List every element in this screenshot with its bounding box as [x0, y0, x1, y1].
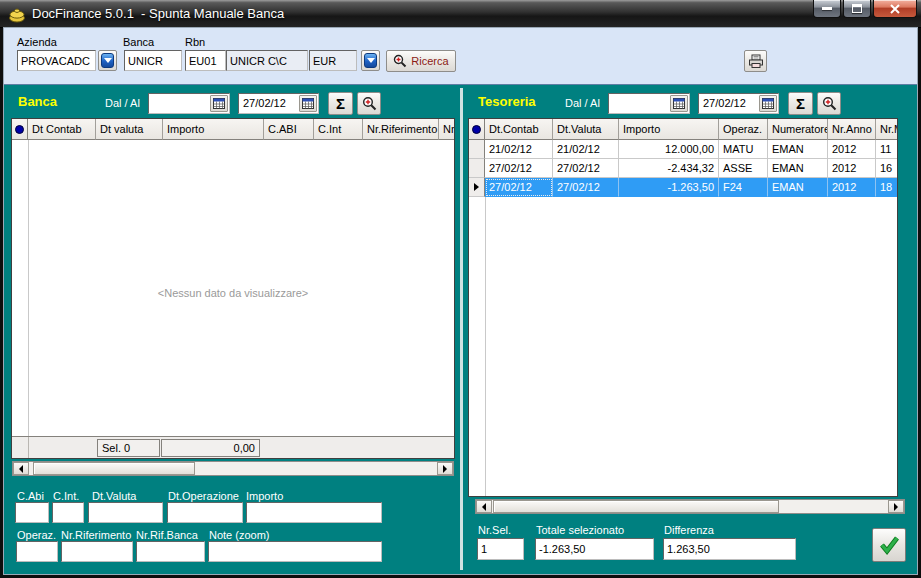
dt-valuta-input[interactable]: [88, 502, 163, 523]
banca-col-nr-riferimento[interactable]: Nr.Riferimento: [363, 119, 439, 140]
banca-col-cint[interactable]: C.Int: [314, 119, 363, 140]
tesoreria-col-dt-valuta[interactable]: Dt.Valuta: [553, 119, 619, 140]
banca-grid-body[interactable]: <Nessun dato da visualizzare>: [12, 140, 454, 436]
window-content: Azienda Banca Rbn Ricerca: [4, 28, 917, 574]
importo-input[interactable]: [246, 502, 382, 523]
cell-operaz[interactable]: F24: [719, 178, 768, 197]
row-selector-cell[interactable]: [469, 178, 485, 197]
restore-button[interactable]: [843, 0, 871, 18]
cint-input[interactable]: [52, 502, 84, 523]
tesoreria-grid-header: Dt.Contab Dt.Valuta Importo Operaz. Nume…: [469, 119, 897, 140]
banca-footer-sel-count: Sel. 0: [97, 439, 160, 457]
azienda-dropdown-button[interactable]: [98, 50, 117, 71]
differenza-label: Differenza: [664, 524, 714, 536]
tesoreria-scrollbar-thumb[interactable]: [493, 500, 779, 513]
close-button[interactable]: [873, 0, 917, 18]
cell-importo[interactable]: -2.434,32: [619, 159, 719, 178]
cabi-input[interactable]: [15, 502, 49, 523]
banca-grid-header: Dt Contab Dt valuta Importo C.ABI C.Int …: [12, 119, 454, 140]
tesoreria-date-to-field[interactable]: 27/02/12: [698, 93, 779, 114]
banca-input[interactable]: [124, 50, 182, 71]
tesoreria-col-operaz[interactable]: Operaz.: [719, 119, 768, 140]
row-selector-cell[interactable]: [469, 159, 485, 178]
nr-riferimento-input[interactable]: [61, 541, 133, 562]
cell-dt-contab[interactable]: 27/02/12: [485, 159, 553, 178]
banca-col-dt-contab[interactable]: Dt Contab: [28, 119, 96, 140]
operaz-label: Operaz.: [17, 529, 56, 541]
calendar-icon[interactable]: [759, 95, 777, 112]
confirm-button[interactable]: [872, 528, 906, 562]
tesoreria-date-from-field[interactable]: [608, 93, 690, 114]
cell-importo[interactable]: 12.000,00: [619, 140, 719, 159]
banca-col-importo[interactable]: Importo: [163, 119, 264, 140]
ricerca-button[interactable]: Ricerca: [386, 50, 456, 72]
rbn-code-input[interactable]: [185, 50, 226, 71]
cell-dt-valuta[interactable]: 27/02/12: [553, 159, 619, 178]
minimize-button[interactable]: [813, 0, 841, 18]
banca-horizontal-scrollbar[interactable]: [12, 461, 454, 476]
app-icon: [8, 5, 26, 23]
tesoreria-col-nr-mov[interactable]: Nr.Mo: [876, 119, 897, 140]
cell-numeratore[interactable]: EMAN: [768, 178, 828, 197]
sigma-icon: Σ: [796, 95, 805, 112]
cell-numeratore[interactable]: EMAN: [768, 140, 828, 159]
banca-grid-footer: Sel. 0 0,00: [12, 436, 454, 458]
table-row[interactable]: 27/02/12 27/02/12 -2.434,32 ASSE EMAN 20…: [469, 159, 897, 178]
tesoreria-grid-body[interactable]: [469, 197, 897, 496]
dt-valuta-label: Dt.Valuta: [92, 490, 136, 502]
cell-nr-anno[interactable]: 2012: [828, 178, 876, 197]
cell-nr-mov[interactable]: 18: [876, 178, 897, 197]
operaz-input[interactable]: [16, 541, 58, 562]
table-row[interactable]: 21/02/12 21/02/12 12.000,00 MATU EMAN 20…: [469, 140, 897, 159]
print-button[interactable]: [744, 50, 767, 72]
arrow-left-icon: [19, 465, 23, 473]
tesoreria-dal-al-label: Dal / Al: [565, 97, 600, 109]
banca-col-cabi[interactable]: C.ABI: [264, 119, 314, 140]
note-zoom-input[interactable]: [208, 541, 382, 562]
cell-dt-valuta[interactable]: 27/02/12: [553, 178, 619, 197]
tesoreria-col-nr-anno[interactable]: Nr.Anno: [828, 119, 876, 140]
tesoreria-col-dt-contab[interactable]: Dt.Contab: [485, 119, 553, 140]
scroll-left-button[interactable]: [476, 500, 492, 513]
rbn-dropdown-button[interactable]: [361, 50, 380, 71]
azienda-input[interactable]: [17, 50, 96, 71]
banca-scrollbar-thumb[interactable]: [33, 462, 195, 475]
banca-date-from-field[interactable]: [148, 93, 230, 114]
banca-col-dt-valuta[interactable]: Dt valuta: [96, 119, 163, 140]
cell-nr-mov[interactable]: 11: [876, 140, 897, 159]
cell-nr-mov[interactable]: 16: [876, 159, 897, 178]
panel-splitter[interactable]: [460, 88, 463, 570]
banca-sum-button[interactable]: Σ: [328, 92, 353, 115]
cell-nr-anno[interactable]: 2012: [828, 159, 876, 178]
tesoreria-sum-button[interactable]: Σ: [788, 92, 813, 115]
row-selector-cell[interactable]: [469, 140, 485, 159]
cell-operaz[interactable]: ASSE: [719, 159, 768, 178]
banca-date-to-field[interactable]: 27/02/12: [238, 93, 319, 114]
nr-rif-banca-input[interactable]: [136, 541, 205, 562]
tesoreria-zoom-button[interactable]: [817, 92, 841, 115]
tesoreria-grid[interactable]: Dt.Contab Dt.Valuta Importo Operaz. Nume…: [468, 118, 898, 497]
scroll-left-button[interactable]: [13, 462, 29, 475]
cell-importo[interactable]: -1.263,50: [619, 178, 719, 197]
record-indicator-icon: [15, 125, 24, 134]
calendar-icon[interactable]: [670, 95, 688, 112]
tesoreria-horizontal-scrollbar[interactable]: [475, 499, 905, 514]
calendar-icon[interactable]: [210, 95, 228, 112]
title-bar[interactable]: DocFinance 5.0.1 - Spunta Manuale Banca: [0, 0, 921, 28]
cell-dt-contab[interactable]: 27/02/12: [485, 178, 553, 197]
tesoreria-col-importo[interactable]: Importo: [619, 119, 719, 140]
cell-operaz[interactable]: MATU: [719, 140, 768, 159]
calendar-icon[interactable]: [299, 95, 317, 112]
cell-dt-valuta[interactable]: 21/02/12: [553, 140, 619, 159]
tesoreria-col-numeratore[interactable]: Numeratore: [768, 119, 828, 140]
dt-operazione-input[interactable]: [167, 502, 243, 523]
table-row-selected[interactable]: 27/02/12 27/02/12 -1.263,50 F24 EMAN 201…: [469, 178, 897, 197]
cell-dt-contab[interactable]: 21/02/12: [485, 140, 553, 159]
scroll-right-button[interactable]: [437, 462, 453, 475]
banca-zoom-button[interactable]: [357, 92, 381, 115]
cell-nr-anno[interactable]: 2012: [828, 140, 876, 159]
scroll-right-button[interactable]: [888, 500, 904, 513]
cell-numeratore[interactable]: EMAN: [768, 159, 828, 178]
banca-col-nr-rif[interactable]: Nr.Ri: [439, 119, 454, 140]
banca-grid[interactable]: Dt Contab Dt valuta Importo C.ABI C.Int …: [11, 118, 455, 459]
